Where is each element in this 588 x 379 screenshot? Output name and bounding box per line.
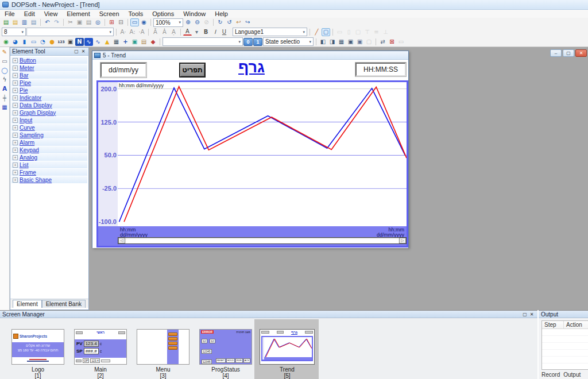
undo-arrow-icon[interactable]: ↩ [234, 18, 243, 26]
screen-thumbnail-trend[interactable]: גרף [260, 329, 315, 365]
align-top-icon[interactable]: ⊤ [363, 28, 372, 36]
rotate-left-icon[interactable]: ↺ [225, 18, 234, 26]
text-top-icon[interactable]: Ā [151, 28, 160, 36]
new-project-icon[interactable]: ▤ [2, 18, 10, 26]
expand-icon[interactable]: + [13, 103, 18, 108]
import-export-icon[interactable]: ⇄ [378, 38, 387, 46]
delete-screen-icon[interactable]: ⊠ [388, 38, 396, 46]
element-tool-item-data-display[interactable]: +Data Display [11, 102, 87, 109]
tab-output[interactable]: Output [563, 372, 581, 378]
menu-element[interactable]: Element [62, 10, 94, 18]
text-icon[interactable]: A [1, 85, 9, 93]
element-tool-item-button[interactable]: +Button [11, 57, 87, 64]
element-tool-item-basic-shape[interactable]: +Basic Shape [11, 176, 87, 183]
zoom-out-icon[interactable]: ⊖ [193, 18, 202, 26]
expand-icon[interactable]: + [13, 177, 18, 183]
prev-screen-icon[interactable]: ◧ [319, 38, 327, 46]
align-middle-icon[interactable]: ≡ [372, 28, 381, 36]
element-bar-toggle-icon[interactable]: ▭ [130, 18, 139, 26]
date-display-element[interactable]: dd/mm/yy [100, 63, 146, 78]
screen-thumbnail-logo[interactable]: SharonProjects שדרוג תא אקלים תחום עבודה… [11, 329, 64, 365]
keypad-element-icon[interactable]: ▦ [112, 38, 121, 46]
polyline-icon[interactable]: ϟ [1, 76, 9, 84]
table-icon[interactable]: ▦ [1, 103, 9, 111]
element-tool-item-pipe[interactable]: +Pipe [11, 79, 87, 86]
font-color-icon[interactable]: A [183, 28, 192, 36]
restore-icon[interactable]: ▢ [563, 49, 574, 57]
numeric-input-element-icon[interactable]: N [75, 38, 84, 46]
rectangle-icon[interactable]: ▭ [1, 57, 9, 65]
element-tool-item-curve[interactable]: +Curve [11, 124, 87, 131]
clipboard-element-icon[interactable]: ▤ [140, 38, 148, 46]
draw-frame-icon[interactable]: ▢ [322, 28, 330, 36]
object-info-icon[interactable]: ◉ [140, 18, 148, 26]
zoom-combo[interactable]: 100%▾ [153, 18, 183, 27]
expand-icon[interactable]: + [13, 95, 18, 100]
screen-caption-progstatus[interactable]: ProgStatus[4] [199, 366, 252, 379]
data-display-element-icon[interactable]: 123 [57, 38, 65, 46]
bold-icon[interactable]: B [202, 28, 210, 36]
element-tool-item-graph-display[interactable]: +Graph Display [11, 109, 87, 116]
menu-file[interactable]: File [0, 10, 20, 18]
button-element-icon[interactable]: ◉ [2, 38, 10, 46]
paste-icon[interactable]: ▤ [84, 18, 93, 26]
time-display-element[interactable]: HH:MM:SS [355, 63, 406, 76]
font-name-combo[interactable]: ▾ [26, 28, 114, 36]
redo-icon[interactable]: ↷ [52, 18, 61, 26]
copy-screen-icon[interactable]: ▣ [346, 38, 355, 46]
state-combo[interactable]: State selectio▾ [263, 37, 314, 46]
expand-icon[interactable]: + [13, 133, 18, 138]
pipe-element-icon[interactable]: ▭ [29, 38, 38, 46]
menu-screen[interactable]: Screen [95, 10, 124, 18]
menu-window[interactable]: Window [179, 10, 210, 18]
screen-thumbnail-main[interactable]: ראשי ERROR PV 123.4 c SP ###.# c OP 123.… [74, 329, 127, 365]
copy-icon[interactable]: ▣ [75, 18, 84, 26]
expand-icon[interactable]: + [13, 88, 18, 93]
menu-help[interactable]: Help [210, 10, 233, 18]
column-step[interactable]: Step [542, 321, 564, 328]
expand-icon[interactable]: + [13, 170, 18, 175]
screen-history-icon[interactable]: ▦ [337, 38, 346, 46]
element-tool-item-sampling[interactable]: +Sampling [11, 132, 87, 138]
menu-options[interactable]: Options [148, 10, 179, 18]
scale-icon[interactable]: ╪ [1, 94, 9, 102]
trend-element-icon[interactable]: ∿ [94, 38, 102, 46]
element-tool-item-alarm[interactable]: +Alarm [11, 139, 87, 146]
alarm-element-icon[interactable]: ▲ [103, 38, 111, 46]
column-action[interactable]: Action [564, 321, 585, 328]
same-width-icon[interactable]: ▭ [335, 28, 344, 36]
expand-icon[interactable]: + [13, 80, 18, 86]
expand-icon[interactable]: + [13, 110, 18, 115]
next-screen-icon[interactable]: ◨ [328, 38, 336, 46]
chart-scrollbar[interactable]: ◁ ▷ [118, 237, 407, 244]
element-tool-item-list[interactable]: +List [11, 161, 87, 168]
menu-tools[interactable]: Tools [124, 10, 148, 18]
close-panel-icon[interactable]: ✕ [80, 49, 87, 54]
text-bottom-icon[interactable]: Ạ [169, 28, 178, 36]
screen-caption-main[interactable]: Main[2] [74, 366, 127, 379]
zoom-reset-icon[interactable]: ⊘ [202, 18, 211, 26]
font-auto-icon[interactable]: ·A [137, 28, 146, 36]
rotate-right-icon[interactable]: ↻ [216, 18, 225, 26]
tab-element-bank[interactable]: Element Bank [42, 300, 86, 308]
draw-line-icon[interactable]: ╱ [312, 28, 321, 36]
state-0-button[interactable]: 0 [243, 38, 253, 46]
expand-icon[interactable]: + [13, 65, 18, 71]
cut-icon[interactable]: ✂ [66, 18, 75, 26]
scroll-right-icon[interactable]: ▷ [399, 238, 406, 243]
minimize-icon[interactable]: – [550, 49, 562, 57]
scrollbar-track[interactable] [125, 238, 399, 243]
expand-icon[interactable]: + [13, 148, 18, 153]
expand-icon[interactable]: + [13, 155, 18, 160]
font-larger-icon[interactable]: A· [119, 28, 127, 36]
element-tool-item-indicator[interactable]: +Indicator [11, 94, 87, 101]
close-panel-icon[interactable]: ✕ [528, 312, 535, 317]
trend-chart-element[interactable]: 200.0125.050.0-25.0-100.0 hh:mm dd/mm/yy… [96, 80, 408, 247]
scroll-left-icon[interactable]: ◁ [118, 238, 125, 243]
expand-icon[interactable]: + [13, 125, 18, 130]
font-color-caret-icon[interactable]: ▾ [192, 28, 201, 36]
align-bottom-icon[interactable]: ⊥ [381, 28, 390, 36]
meter-element-icon[interactable]: ◕ [11, 38, 20, 46]
find-icon[interactable]: ◎ [94, 18, 102, 26]
undo-icon[interactable]: ↶ [43, 18, 52, 26]
